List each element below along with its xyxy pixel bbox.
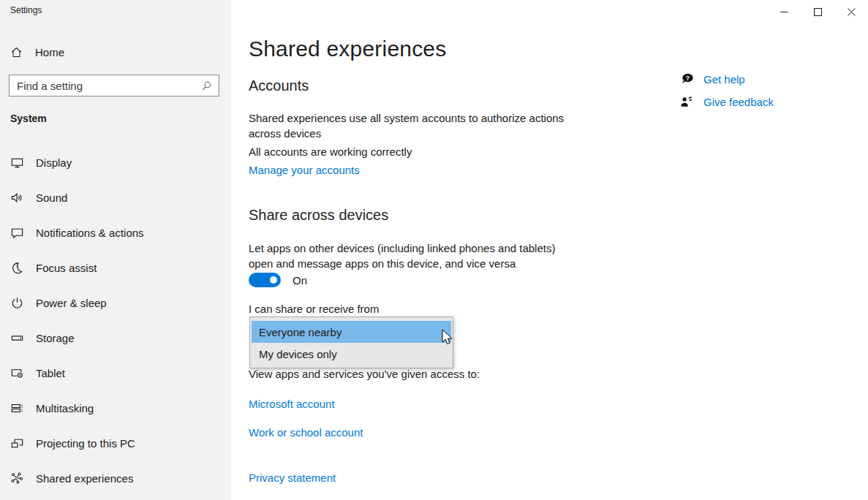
- maximize-button[interactable]: [801, 0, 834, 23]
- storage-icon: [10, 331, 24, 345]
- sidebar-item-label: Display: [36, 156, 72, 169]
- search-box[interactable]: [9, 75, 219, 96]
- sidebar-item-projecting[interactable]: Projecting to this PC: [0, 425, 231, 461]
- shared-experiences-icon: [10, 471, 24, 485]
- search-icon[interactable]: [201, 80, 212, 91]
- toggle-knob: [270, 276, 277, 284]
- sidebar-item-storage[interactable]: Storage: [0, 320, 231, 355]
- projecting-icon: [10, 436, 24, 450]
- accounts-description: Shared experiences use all system accoun…: [249, 110, 581, 141]
- help-panel: ? Get help Give feedback: [679, 71, 774, 116]
- work-school-account-link[interactable]: Work or school account: [249, 426, 363, 439]
- share-description: Let apps on other devices (including lin…: [249, 240, 579, 271]
- sidebar-item-label: Tablet: [36, 367, 65, 379]
- give-feedback-label: Give feedback: [703, 96, 774, 108]
- display-icon: [10, 156, 24, 170]
- dropdown-option-label: Everyone nearby: [259, 326, 341, 338]
- sidebar-item-shared-experiences[interactable]: Shared experiences: [0, 461, 231, 496]
- home-icon: [10, 46, 23, 58]
- manage-accounts-link[interactable]: Manage your accounts: [249, 164, 360, 176]
- focus-assist-icon: [10, 261, 24, 275]
- notifications-icon: [10, 226, 24, 240]
- sound-icon: [10, 191, 24, 205]
- accounts-status: All accounts are working correctly: [249, 144, 412, 159]
- page-title: Shared experiences: [249, 37, 446, 61]
- get-help-label: Get help: [703, 73, 745, 86]
- close-button[interactable]: [834, 0, 868, 23]
- share-from-dropdown: Everyone nearby My devices only: [249, 317, 453, 368]
- sidebar-item-multitasking[interactable]: Multitasking: [0, 390, 231, 425]
- sidebar: Settings Home System Display: [0, 0, 231, 500]
- app-title: Settings: [10, 5, 42, 15]
- sidebar-item-notifications[interactable]: Notifications & actions: [0, 215, 231, 250]
- sidebar-item-focus-assist[interactable]: Focus assist: [0, 250, 231, 285]
- sidebar-item-label: Sound: [36, 192, 67, 204]
- multitasking-icon: [10, 401, 24, 415]
- toggle-state-label: On: [293, 274, 307, 287]
- sidebar-item-label: Power & sleep: [36, 297, 107, 309]
- give-feedback-link[interactable]: Give feedback: [679, 94, 774, 110]
- view-access-text: View apps and services you've given acce…: [249, 366, 480, 382]
- privacy-statement-link[interactable]: Privacy statement: [249, 471, 336, 484]
- sidebar-section-header: System: [10, 113, 47, 124]
- dropdown-option-label: My devices only: [259, 348, 337, 360]
- window-controls: [767, 0, 868, 23]
- minimize-button[interactable]: [767, 0, 801, 23]
- sidebar-item-power-sleep[interactable]: Power & sleep: [0, 285, 231, 320]
- svg-text:?: ?: [686, 75, 690, 82]
- sidebar-item-label: Multitasking: [36, 402, 94, 414]
- share-toggle-row: On: [249, 273, 307, 287]
- dropdown-option-everyone-nearby[interactable]: Everyone nearby: [252, 321, 451, 343]
- sidebar-item-label: Projecting to this PC: [36, 437, 135, 450]
- get-help-icon: ?: [679, 72, 695, 86]
- sidebar-item-tablet[interactable]: Tablet: [0, 355, 231, 390]
- sidebar-home-label: Home: [35, 46, 64, 58]
- share-across-devices-heading: Share across devices: [249, 207, 388, 224]
- sidebar-item-label: Storage: [36, 332, 75, 344]
- get-help-link[interactable]: ? Get help: [679, 71, 774, 87]
- sidebar-item-label: Notifications & actions: [36, 227, 144, 239]
- sidebar-item-home[interactable]: Home: [0, 39, 231, 65]
- share-toggle[interactable]: [249, 273, 281, 287]
- sidebar-item-label: Shared experiences: [36, 472, 133, 485]
- accounts-heading: Accounts: [249, 77, 309, 94]
- give-feedback-icon: [679, 95, 695, 109]
- tablet-icon: [10, 366, 24, 380]
- microsoft-account-link[interactable]: Microsoft account: [249, 398, 335, 410]
- sidebar-item-label: Focus assist: [36, 262, 97, 274]
- search-input[interactable]: [10, 80, 201, 92]
- share-from-label: I can share or receive from: [249, 301, 379, 317]
- sidebar-nav: Display Sound Notifications & actions: [0, 145, 231, 496]
- dropdown-option-my-devices-only[interactable]: My devices only: [252, 343, 451, 365]
- power-icon: [10, 296, 24, 310]
- sidebar-item-display[interactable]: Display: [0, 145, 231, 180]
- sidebar-item-sound[interactable]: Sound: [0, 180, 231, 215]
